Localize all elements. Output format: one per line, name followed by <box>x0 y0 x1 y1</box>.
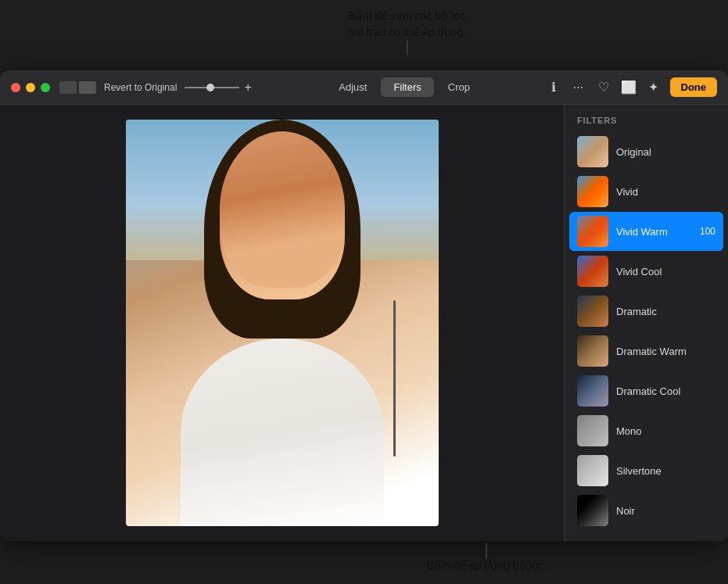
filter-thumb-mono <box>577 415 608 446</box>
minimize-button[interactable] <box>26 83 35 92</box>
app-window: Revert to Original + Adjust Filters Crop… <box>0 70 728 541</box>
zoom-plus-icon[interactable]: + <box>244 81 251 95</box>
photo-hair-front <box>220 131 345 288</box>
close-button[interactable] <box>11 83 20 92</box>
tooltip-bottom-text: Bấm để áp dụng bộ lọc. <box>427 559 547 571</box>
photo-area <box>0 105 564 541</box>
filter-item-vivid-cool[interactable]: Vivid Cool <box>569 252 723 291</box>
traffic-lights <box>11 83 50 92</box>
tab-adjust[interactable]: Adjust <box>326 77 379 97</box>
filter-item-silvertone[interactable]: Silvertone <box>569 451 723 490</box>
tab-crop[interactable]: Crop <box>436 77 482 97</box>
filter-item-noir[interactable]: Noir <box>569 491 723 530</box>
titlebar-right: ℹ ··· ♡ ⬜ ✦ Done <box>545 77 718 97</box>
filter-item-vivid[interactable]: Vivid <box>569 172 723 211</box>
zoom-slider[interactable] <box>185 87 239 88</box>
view-split-icon[interactable] <box>79 81 96 94</box>
photo-body <box>181 339 384 526</box>
titlebar: Revert to Original + Adjust Filters Crop… <box>0 70 728 105</box>
view-toggle <box>59 81 96 94</box>
filter-item-dramatic-cool[interactable]: Dramatic Cool <box>569 371 723 410</box>
filter-item-mono[interactable]: Mono <box>569 411 723 450</box>
filter-item-original[interactable]: Original <box>569 132 723 171</box>
photo-preview <box>126 120 439 526</box>
filter-thumb-vivid <box>577 176 608 207</box>
maximize-button[interactable] <box>41 83 50 92</box>
filter-list: Original Vivid Vivid Warm 100 Vivid Cool <box>565 131 728 531</box>
filter-thumb-silvertone <box>577 455 608 486</box>
filter-thumb-original <box>577 136 608 167</box>
filter-thumb-dramatic-cool <box>577 375 608 407</box>
tooltip-top-line1: Bấm để xem các bộ lọc <box>349 8 467 24</box>
filters-sidebar-title: FILTERS <box>565 105 728 131</box>
filter-thumb-dramatic-warm <box>577 335 608 367</box>
sidebar-scroll-indicator <box>393 300 396 457</box>
content-area: FILTERS Original Vivid Vivid Warm 100 <box>0 105 728 541</box>
filter-name-noir: Noir <box>616 505 715 517</box>
filter-thumb-dramatic <box>577 296 608 327</box>
filter-item-dramatic[interactable]: Dramatic <box>569 292 723 331</box>
filter-thumb-vivid-warm <box>577 216 608 247</box>
tab-filters[interactable]: Filters <box>381 77 433 97</box>
filter-item-vivid-warm[interactable]: Vivid Warm 100 <box>569 212 723 251</box>
filter-thumb-noir <box>577 495 608 526</box>
filter-value-vivid-warm: 100 <box>700 226 715 237</box>
done-button[interactable]: Done <box>670 77 718 97</box>
share-icon[interactable]: ⬜ <box>620 79 637 96</box>
filter-thumb-vivid-cool <box>577 256 608 287</box>
filter-name-dramatic-warm: Dramatic Warm <box>616 346 715 357</box>
filter-name-vivid-warm: Vivid Warm <box>616 226 700 238</box>
more-icon[interactable]: ··· <box>570 79 587 96</box>
view-single-icon[interactable] <box>59 81 77 94</box>
revert-button[interactable]: Revert to Original <box>104 82 177 93</box>
info-icon[interactable]: ℹ <box>545 79 562 96</box>
heart-icon[interactable]: ♡ <box>595 79 612 96</box>
filter-name-vivid: Vivid <box>616 186 715 198</box>
filter-item-dramatic-warm[interactable]: Dramatic Warm <box>569 331 723 371</box>
filter-name-silvertone: Silvertone <box>616 465 715 477</box>
tooltip-top-line2: mà bạn có thể áp dụng. <box>349 24 467 41</box>
nav-tabs: Adjust Filters Crop <box>264 77 545 97</box>
zoom-control: + <box>185 81 251 95</box>
filter-name-dramatic: Dramatic <box>616 306 715 317</box>
tooltip-top: Bấm để xem các bộ lọc mà bạn có thể áp d… <box>349 8 467 41</box>
filter-name-mono: Mono <box>616 425 715 437</box>
filter-name-original: Original <box>616 146 715 158</box>
tooltip-bottom: Bấm để áp dụng bộ lọc. <box>427 559 547 571</box>
filter-name-vivid-cool: Vivid Cool <box>616 266 715 278</box>
retouch-icon[interactable]: ✦ <box>645 79 662 96</box>
filters-sidebar: FILTERS Original Vivid Vivid Warm 100 <box>564 105 728 541</box>
filter-name-dramatic-cool: Dramatic Cool <box>616 385 715 397</box>
